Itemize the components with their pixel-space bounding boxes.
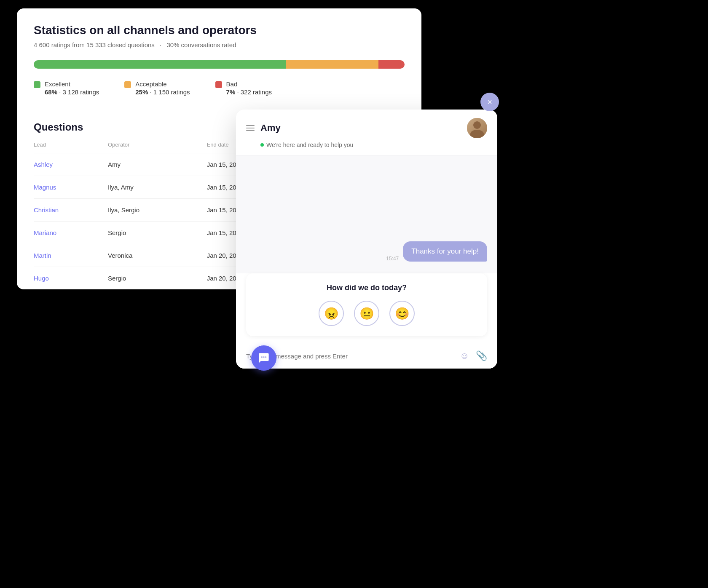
excellent-text: Excellent 68% · 3 128 ratings	[45, 80, 99, 96]
chat-agent-name: Amy	[260, 123, 281, 134]
emoji-picker-icon[interactable]: ☺	[459, 350, 470, 362]
operator-cell: Amy	[108, 153, 207, 176]
avatar-image	[467, 118, 487, 138]
excellent-value: 68% · 3 128 ratings	[45, 88, 99, 96]
chat-header-left: Amy	[246, 123, 281, 134]
message-bubble: Thanks for your help!	[403, 241, 487, 262]
progress-acceptable	[286, 60, 378, 69]
emoji-neutral-button[interactable]: 😐	[354, 301, 379, 326]
bad-value: 7% · 322 ratings	[226, 88, 272, 96]
close-button[interactable]: ×	[480, 93, 499, 111]
message-row: 15:47 Thanks for your help!	[246, 241, 487, 262]
operator-cell: Veronica	[108, 244, 207, 267]
progress-excellent	[34, 60, 286, 69]
operator-cell: Ilya, Amy	[108, 176, 207, 199]
legend-acceptable: Acceptable 25% · 1 150 ratings	[124, 80, 190, 96]
chat-body: 15:47 Thanks for your help!	[236, 155, 497, 273]
legend: Excellent 68% · 3 128 ratings Acceptable…	[34, 80, 405, 96]
lead-cell[interactable]: Hugo	[34, 267, 108, 290]
emoji-bad-icon: 😠	[324, 307, 339, 321]
lead-link[interactable]: Martin	[34, 252, 51, 259]
bad-dot	[215, 81, 222, 88]
lead-link[interactable]: Hugo	[34, 275, 49, 282]
lead-cell[interactable]: Mariano	[34, 222, 108, 244]
attachment-icon[interactable]: 📎	[475, 350, 487, 362]
lead-cell[interactable]: Magnus	[34, 176, 108, 199]
input-icons: ☺ 📎	[459, 350, 487, 362]
emoji-neutral-icon: 😐	[359, 307, 374, 321]
acceptable-dot	[124, 81, 131, 88]
chat-widget: Amy We're here and ready to help you 15:…	[236, 110, 497, 369]
legend-bad: Bad 7% · 322 ratings	[215, 80, 272, 96]
status-dot	[260, 143, 264, 147]
excellent-label: Excellent	[45, 80, 99, 88]
stats-title: Statistics on all channels and operators	[34, 24, 405, 37]
subtitle-ratings: 4 600 ratings from 15 333 closed questio…	[34, 41, 155, 48]
svg-point-2	[265, 356, 267, 358]
emoji-good-icon: 😊	[395, 307, 410, 321]
emoji-good-button[interactable]: 😊	[389, 301, 415, 326]
chat-bubble-icon	[258, 352, 270, 364]
col-header-lead: Lead	[34, 142, 108, 153]
acceptable-text: Acceptable 25% · 1 150 ratings	[135, 80, 190, 96]
status-text: We're here and ready to help you	[266, 142, 353, 148]
col-header-operator: Operator	[108, 142, 207, 153]
stats-subtitle: 4 600 ratings from 15 333 closed questio…	[34, 41, 405, 48]
lead-link[interactable]: Mariano	[34, 229, 56, 236]
message-time: 15:47	[386, 256, 399, 262]
progress-bar	[34, 60, 405, 69]
lead-cell[interactable]: Ashley	[34, 153, 108, 176]
emoji-bad-button[interactable]: 😠	[319, 301, 344, 326]
lead-link[interactable]: Magnus	[34, 184, 56, 191]
operator-cell: Sergio	[108, 267, 207, 290]
lead-cell[interactable]: Martin	[34, 244, 108, 267]
rating-emojis: 😠 😐 😊	[256, 301, 477, 326]
operator-cell: Sergio	[108, 222, 207, 244]
bad-text: Bad 7% · 322 ratings	[226, 80, 272, 96]
status-line: We're here and ready to help you	[246, 142, 487, 148]
chat-header-top: Amy	[246, 118, 487, 138]
svg-point-0	[261, 356, 263, 358]
lead-cell[interactable]: Christian	[34, 199, 108, 222]
operator-cell: Ilya, Sergio	[108, 199, 207, 222]
bad-label: Bad	[226, 80, 272, 88]
svg-point-1	[263, 356, 265, 358]
hamburger-icon[interactable]	[246, 125, 255, 131]
chat-bubble-button[interactable]	[251, 345, 276, 371]
excellent-dot	[34, 81, 40, 88]
rating-question: How did we do today?	[256, 283, 477, 292]
acceptable-value: 25% · 1 150 ratings	[135, 88, 190, 96]
subtitle-dot: ·	[160, 41, 161, 48]
lead-link[interactable]: Ashley	[34, 161, 53, 168]
progress-bad	[378, 60, 405, 69]
legend-excellent: Excellent 68% · 3 128 ratings	[34, 80, 99, 96]
close-icon: ×	[487, 97, 492, 107]
chat-input[interactable]	[246, 353, 453, 360]
rating-card: How did we do today? 😠 😐 😊	[246, 273, 487, 336]
chat-header: Amy We're here and ready to help you	[236, 110, 497, 155]
subtitle-percent: 30% conversations rated	[166, 41, 236, 48]
lead-link[interactable]: Christian	[34, 206, 59, 214]
acceptable-label: Acceptable	[135, 80, 190, 88]
avatar	[467, 118, 487, 138]
